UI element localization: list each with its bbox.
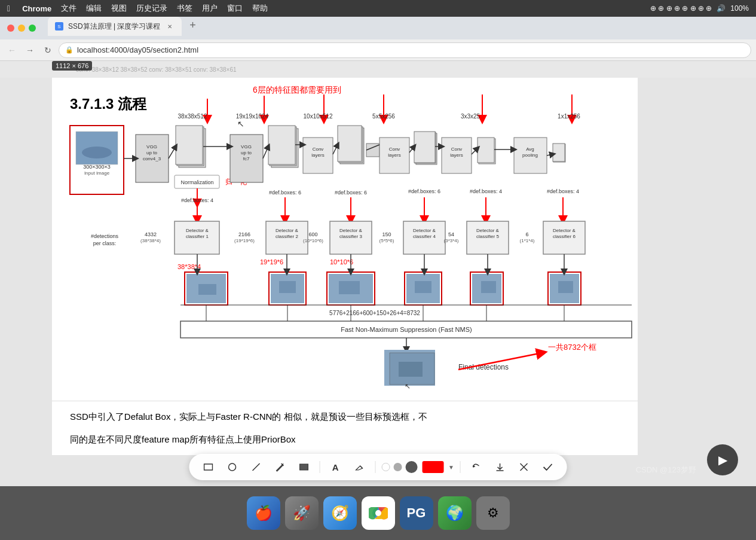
text-tool[interactable]: A [326,457,345,477]
apple-menu[interactable]:  [7,4,10,13]
svg-text:Detector &: Detector & [553,228,576,233]
dock-pgadmin[interactable]: PG [400,496,433,530]
dock-extra[interactable]: ⚙ [476,496,510,530]
svg-text:10*10*6: 10*10*6 [330,258,353,266]
diagram-slide: 3.7.1.3 流程 6层的特征图都需要用到 [52,78,638,401]
menu-help[interactable]: 帮助 [252,3,268,14]
svg-text:#def.boxes: 6: #def.boxes: 6 [408,188,440,194]
traffic-light-green[interactable] [29,25,36,32]
svg-text:VGG: VGG [241,144,252,150]
svg-text:classifier 5: classifier 5 [476,234,499,239]
color-white[interactable] [381,463,390,471]
color-dropdown-arrow[interactable]: ▼ [448,464,454,471]
address-bar: ← → ↻ 🔒 localhost:4000/day05/section2.ht… [0,39,756,61]
svg-text:#def.boxes: 6: #def.boxes: 6 [269,190,301,196]
close-annotation-button[interactable] [515,457,534,477]
dock-safari[interactable]: 🧭 [323,496,357,530]
diagram-svg: 3.7.1.3 流程 6层的特征图都需要用到 [52,78,638,401]
svg-rect-46 [338,126,362,161]
dock-launchpad[interactable]: 🚀 [285,496,319,530]
svg-text:Detector &: Detector & [476,228,499,233]
pen-tool[interactable] [270,457,289,477]
slide-title: 3.7.1.3 流程 [70,96,147,112]
svg-text:classifier 2: classifier 2 [276,234,298,239]
menubar-status: ⊕ ⊕ ⊕ ⊕ ⊕ ⊕ ⊕ ⊕ 🔊 100% [650,4,749,13]
confirm-button[interactable] [538,457,558,477]
scroll-area-above: conv: 38×38×12 38×38×52 conv: 38×38×51 c… [0,61,756,78]
color-dark-selected[interactable] [405,461,417,473]
svg-text:一共8732个框: 一共8732个框 [548,343,596,352]
menu-file[interactable]: 文件 [61,3,76,14]
battery-status: 100% [730,4,749,13]
svg-text:Conv: Conv [389,147,400,152]
traffic-lights-area [0,17,48,39]
undo-button[interactable] [467,457,486,477]
svg-text:Detector &: Detector & [276,228,298,233]
size-indicator: 1112 × 676 [52,61,92,71]
dock-finder[interactable]: 🍎 [247,496,280,530]
back-button[interactable]: ← [5,43,19,57]
svg-text:layers: layers [450,152,463,158]
url-bar[interactable]: 🔒 localhost:4000/day05/section2.html [59,42,751,58]
eraser-tool[interactable] [350,457,369,477]
tab-favicon: S [55,22,63,30]
traffic-light-red[interactable] [7,25,14,32]
color-gray[interactable] [393,463,402,471]
dock-maps[interactable]: 🌍 [438,496,472,530]
svg-rect-26 [176,126,203,164]
line-tool[interactable] [246,457,265,477]
video-play-button[interactable]: ▶ [707,444,738,475]
svg-text:54: 54 [448,231,454,237]
svg-rect-166 [299,464,308,470]
rectangle-tool[interactable] [198,457,218,477]
menu-history[interactable]: 历史记录 [136,3,167,14]
svg-text:Detector &: Detector & [339,228,362,233]
svg-text:(38*38*4): (38*38*4) [140,238,161,243]
dock-bar: 🍎 🚀 🧭 PG 🌍 ⚙ [0,486,756,540]
tab-close-button[interactable]: ✕ [165,22,175,31]
reload-button[interactable]: ↻ [41,43,55,57]
volume-icon: 🔊 [717,4,726,13]
fill-tool[interactable] [294,457,313,477]
top-annotation: 6层的特征图都需要用到 [253,85,341,94]
svg-text:600: 600 [308,231,317,237]
forward-button[interactable]: → [23,43,37,57]
svg-line-164 [252,463,259,471]
svg-rect-55 [414,132,435,163]
svg-text:6: 6 [525,231,528,237]
svg-text:↖: ↖ [237,119,244,129]
circle-tool[interactable] [222,457,241,477]
menu-window[interactable]: 窗口 [227,3,243,14]
svg-text:19*19*6: 19*19*6 [260,258,283,266]
traffic-light-yellow[interactable] [18,25,25,32]
svg-rect-156 [399,362,423,377]
download-button[interactable] [491,457,510,477]
svg-rect-136 [558,281,573,293]
svg-text:5x5x256: 5x5x256 [372,113,395,120]
menu-edit[interactable]: 编辑 [86,3,102,14]
svg-text:5776+2166+600+150+26+4=8732: 5776+2166+600+150+26+4=8732 [329,310,420,316]
dock-chrome[interactable] [362,496,395,530]
svg-text:#def.boxes: 4: #def.boxes: 4 [470,188,502,194]
browser-tab[interactable]: S SSD算法原理 | 深度学习课程 ✕ [48,17,182,36]
svg-text:#def.boxes: 4: #def.boxes: 4 [181,197,213,203]
svg-text:↖: ↖ [405,382,411,390]
menu-view[interactable]: 视图 [111,3,127,14]
svg-point-16 [82,147,112,158]
svg-rect-121 [198,284,216,295]
svg-text:10x10x512: 10x10x512 [304,113,333,120]
annotation-toolbar: A ▼ [189,454,567,480]
slide-text-content: SSD中引入了Defalut Box，实际上与Faster R-CNN的 相似，… [52,401,638,432]
svg-text:VGG: VGG [146,144,157,150]
menu-user[interactable]: 用户 [202,3,218,14]
active-color-swatch[interactable] [422,461,443,473]
menubar:  Chrome 文件 编辑 视图 历史记录 书签 用户 窗口 帮助 ⊕ ⊕ ⊕… [0,0,756,17]
menu-chrome[interactable]: Chrome [22,4,51,13]
new-tab-button[interactable]: + [184,17,201,33]
svg-text:Fast Non-Maximum Suppression (: Fast Non-Maximum Suppression (Fast NMS) [341,326,472,333]
menu-bookmarks[interactable]: 书签 [177,3,192,14]
svg-text:150: 150 [382,231,391,237]
svg-text:classifier 1: classifier 1 [186,234,209,239]
svg-text:1x1x256: 1x1x256 [558,113,580,120]
svg-text:Avg: Avg [526,147,534,152]
